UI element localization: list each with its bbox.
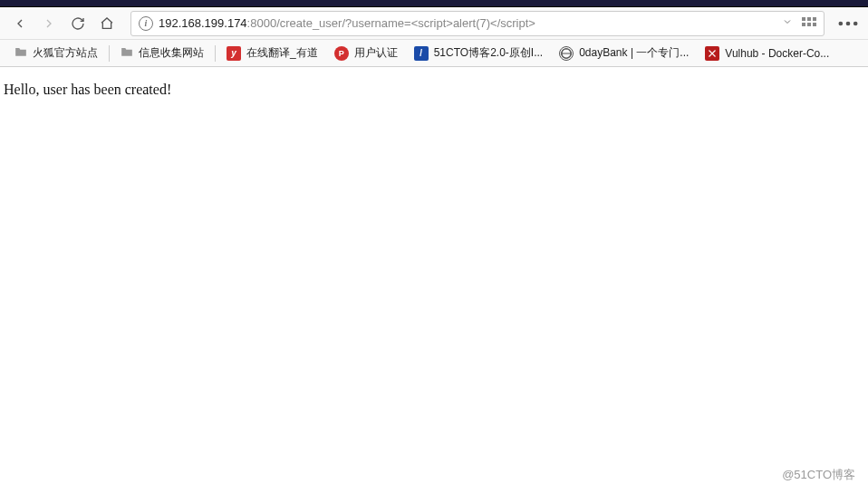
url-host: 192.168.199.174 (159, 16, 247, 30)
page-message: Hello, user has been created! (4, 82, 171, 97)
reader-mode-icon[interactable] (802, 16, 816, 31)
bookmark-label: 51CTO博客2.0-原创I... (434, 45, 543, 61)
svg-point-7 (846, 21, 851, 25)
url-text: 192.168.199.174:8000/create_user/?userna… (159, 16, 776, 30)
bookmarks-toolbar: 火狐官方站点 信息收集网站 y 在线翻译_有道 P 用户认证 / 51CTO博客… (0, 40, 868, 67)
svg-point-6 (839, 21, 844, 25)
bookmark-label: Vulhub - Docker-Co... (725, 47, 829, 60)
cto-icon: / (414, 46, 429, 61)
svg-rect-3 (802, 23, 805, 26)
reload-button[interactable] (65, 11, 91, 36)
more-menu-button[interactable] (835, 11, 861, 36)
bookmark-youdao[interactable]: y 在线翻译_有道 (219, 42, 325, 64)
svg-rect-5 (813, 23, 816, 26)
bookmark-51cto[interactable]: / 51CTO博客2.0-原创I... (407, 42, 550, 64)
bookmark-folder-firefox[interactable]: 火狐官方站点 (7, 42, 105, 64)
folder-icon (14, 46, 27, 60)
svg-rect-1 (807, 17, 811, 21)
bookmark-vulhub[interactable]: Vulhub - Docker-Co... (698, 43, 836, 64)
oday-icon (559, 46, 574, 61)
bookmark-label: 火狐官方站点 (33, 45, 98, 61)
bookmark-0daybank[interactable]: 0dayBank | 一个专门... (552, 42, 696, 64)
userauth-icon: P (334, 46, 349, 61)
vulhub-icon (705, 46, 719, 61)
url-path: :8000/create_user/?username=<script>aler… (247, 16, 535, 30)
bookmark-label: 用户认证 (354, 45, 398, 61)
bookmark-label: 0dayBank | 一个专门... (579, 45, 689, 61)
url-right-controls (782, 16, 816, 31)
watermark: @51CTO博客 (782, 467, 855, 483)
chevron-down-icon[interactable] (782, 16, 793, 30)
svg-rect-4 (807, 23, 811, 26)
bookmark-userauth[interactable]: P 用户认证 (327, 42, 405, 64)
bookmark-label: 信息收集网站 (139, 45, 204, 61)
bookmark-folder-infocollect[interactable]: 信息收集网站 (113, 42, 211, 64)
separator (109, 45, 110, 62)
bookmark-label: 在线翻译_有道 (246, 45, 318, 61)
home-button[interactable] (94, 11, 120, 36)
folder-icon (121, 46, 133, 60)
forward-button[interactable] (36, 11, 62, 36)
youdao-icon: y (227, 46, 241, 61)
back-button[interactable] (7, 11, 33, 36)
svg-rect-2 (813, 17, 816, 21)
site-info-icon[interactable]: i (139, 16, 153, 31)
separator (215, 45, 216, 62)
page-content: Hello, user has been created! (0, 67, 868, 112)
svg-point-8 (854, 21, 858, 25)
navigation-toolbar: i 192.168.199.174:8000/create_user/?user… (0, 7, 868, 40)
svg-rect-0 (802, 17, 805, 21)
address-bar[interactable]: i 192.168.199.174:8000/create_user/?user… (130, 11, 825, 36)
window-top-strip (0, 0, 868, 7)
